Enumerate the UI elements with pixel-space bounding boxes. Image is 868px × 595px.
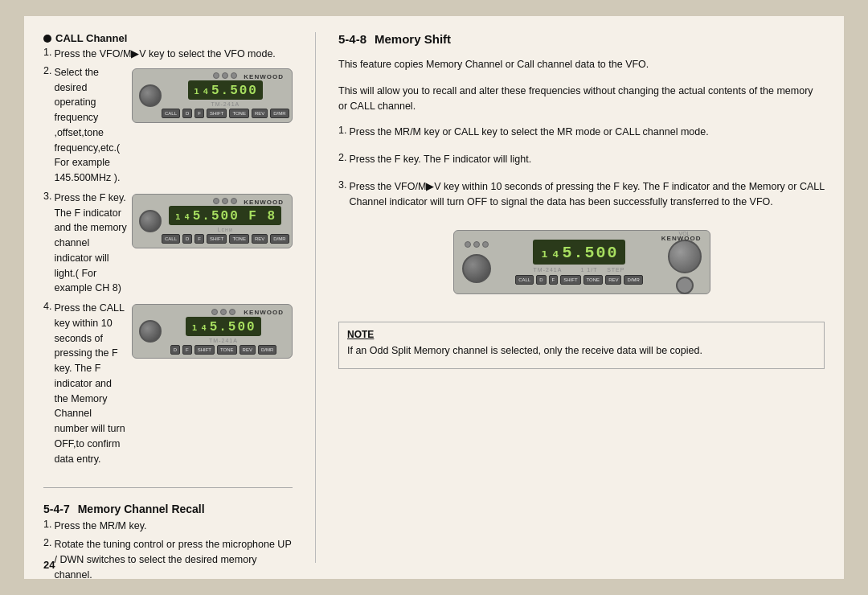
step-1: 1. Press the VFO/M▶V key to select the V…: [43, 47, 293, 62]
step-4-text: Press the CALL key within 10 seconds of …: [54, 301, 127, 466]
knob-right-large: [668, 240, 702, 273]
display-2: ₁₄5.500 F 8: [169, 206, 281, 225]
divider-1: [43, 487, 293, 488]
radio-3-sub: TM-241A: [209, 338, 238, 343]
section-548-num: 5-4-8: [338, 32, 366, 46]
btn-f-l: F: [549, 275, 559, 285]
right-step-3: 3. Press the VFO/M▶V key within 10 secon…: [338, 179, 825, 210]
step-2-with-radio: 2. Select the desired operating frequenc…: [43, 65, 293, 186]
right-step-1-num: 1.: [338, 125, 346, 140]
btn-disp-l: D/MR: [624, 275, 642, 285]
right-step-1: 1. Press the MR/M key or CALL key to sel…: [338, 125, 825, 140]
dots-row-1: [213, 72, 237, 79]
btn-shift-l: SHIFT: [560, 275, 580, 285]
btn-rev-l: REV: [605, 275, 621, 285]
call-channel-section: CALL Channel 1. Press the VFO/M▶V key to…: [43, 32, 293, 473]
kenwood-label-2: KENWOOD: [244, 199, 284, 206]
dots-row-2: [213, 198, 237, 204]
display-1: ₁₄5.500: [188, 80, 263, 100]
step-3-with-radio: 3. Press the F key. The F indicator and …: [43, 191, 293, 296]
right-step-3-num: 3.: [338, 179, 346, 210]
btn-f-3: F: [182, 345, 192, 355]
step-4-num: 4.: [43, 301, 51, 466]
step-2-num: 2.: [43, 65, 51, 186]
btn-disp-2: D/MR: [270, 234, 289, 244]
section-548-header-row: 5-4-8 Memory Shift: [338, 32, 825, 46]
btn-shift-3: SHIFT: [194, 345, 215, 355]
btn-call-l: CALL: [515, 275, 534, 285]
kenwood-label-1: KENWOOD: [244, 73, 284, 80]
dots-row-large: [465, 241, 489, 248]
step-1-num: 1.: [43, 47, 51, 62]
radio-image-1: KENWOOD ₁₄5.500 TM-241A CALL D: [132, 68, 293, 123]
right-step-2: 2. Press the F key. The F indicator will…: [338, 152, 825, 167]
btn-shift-1: SHIFT: [207, 109, 227, 118]
btn-tone-3: TONE: [217, 345, 237, 355]
col-divider: [315, 32, 316, 563]
kenwood-label-large: KENWOOD: [661, 235, 702, 242]
dot-l2: [473, 241, 480, 248]
right-column: 5-4-8 Memory Shift This feature copies M…: [338, 32, 825, 563]
btn-tone-2: TONE: [229, 234, 249, 244]
step-3-num: 3.: [43, 191, 51, 296]
section-547-header-row: 5-4-7 Memory Channel Recall: [43, 503, 293, 515]
section-547: 5-4-7 Memory Channel Recall 1. Press the…: [43, 503, 293, 585]
radio-image-2: KENWOOD ₁₄5.500 F 8 Lсни CALL D: [132, 194, 293, 248]
btn-shift-2: SHIFT: [207, 234, 227, 244]
knob-2: [139, 210, 162, 232]
dot-1: [213, 72, 219, 79]
dot-5: [222, 198, 228, 204]
step-1-text: Press the VFO/M▶V key to select the VFO …: [54, 47, 275, 62]
right-step-2-num: 2.: [338, 152, 346, 167]
display-3: ₁₄5.500: [186, 317, 260, 336]
btn-f-2: F: [194, 234, 204, 244]
radio-large-info: TM-241A 1 1/T STEP: [499, 267, 660, 273]
btn-rev-1: REV: [252, 109, 268, 118]
page: CALL Channel 1. Press the VFO/M▶V key to…: [24, 16, 844, 579]
radio-1-sub: TM-241A: [211, 101, 240, 107]
btn-disp-1: D/MR: [270, 109, 289, 118]
btn-d-1: D: [182, 109, 192, 118]
call-channel-title: CALL Channel: [55, 32, 127, 44]
recall-step-1-num: 1.: [43, 519, 51, 534]
recall-step-1-text: Press the MR/M key.: [54, 519, 146, 534]
right-step-1-text: Press the MR/M key or CALL key to select…: [349, 125, 708, 140]
knob-large: [462, 254, 491, 283]
step-2: 2. Select the desired operating frequenc…: [43, 65, 127, 186]
dot-l3: [482, 241, 489, 248]
btn-d-l: D: [536, 275, 546, 285]
section-547-title: Memory Channel Recall: [78, 503, 205, 515]
recall-step-1: 1. Press the MR/M key.: [43, 519, 293, 534]
radio-large-center: ₁₄5.500 TM-241A 1 1/T STEP CALL D F SHIF…: [499, 240, 660, 285]
radio-image-3: KENWOOD ₁₄5.500 TM-241A D F: [132, 304, 293, 359]
dot-2: [222, 72, 228, 79]
buttons-row-3: D F SHIFT TONE REV D/MR: [170, 345, 277, 355]
knob-3: [139, 320, 162, 343]
radio-large-left: [462, 241, 491, 283]
btn-rev-2: REV: [252, 234, 268, 244]
step-4: 4. Press the CALL key within 10 seconds …: [43, 301, 127, 466]
radio-2-sub: Lсни: [218, 227, 233, 232]
step-4-with-radio: 4. Press the CALL key within 10 seconds …: [43, 301, 293, 466]
btn-tone-l: TONE: [583, 275, 604, 285]
right-para2: This will allow you to recall and alter …: [338, 84, 825, 114]
display-large: ₁₄5.500: [533, 240, 624, 265]
kenwood-label-3: KENWOOD: [244, 309, 284, 316]
note-title: NOTE: [347, 329, 816, 340]
knob-1: [139, 84, 162, 107]
dots-row-3: [211, 309, 235, 315]
buttons-row-2: CALL D F SHIFT TONE REV D/MR: [162, 234, 289, 244]
step-2-text-block: 2. Select the desired operating frequenc…: [43, 65, 127, 186]
note-box: NOTE If an Odd Split Memory channel is s…: [338, 322, 825, 369]
dot-4: [213, 198, 219, 204]
step-3-text: Press the F key. The F indicator and the…: [54, 191, 127, 296]
right-para1: This feature copies Memory Channel or Ca…: [338, 57, 825, 72]
left-column: CALL Channel 1. Press the VFO/M▶V key to…: [43, 32, 293, 563]
radio-large-wrap: KENWOOD ₁₄5.500 TM-241A 1 1/T STEP: [338, 225, 825, 299]
step-2-text: Select the desired operating frequency ,…: [54, 65, 127, 186]
mic-connector: [676, 277, 694, 294]
radio-image-large: KENWOOD ₁₄5.500 TM-241A 1 1/T STEP: [453, 230, 710, 294]
btn-d-2: D: [182, 234, 192, 244]
btn-call-1: CALL: [162, 109, 180, 118]
bullet-icon: [43, 35, 51, 43]
